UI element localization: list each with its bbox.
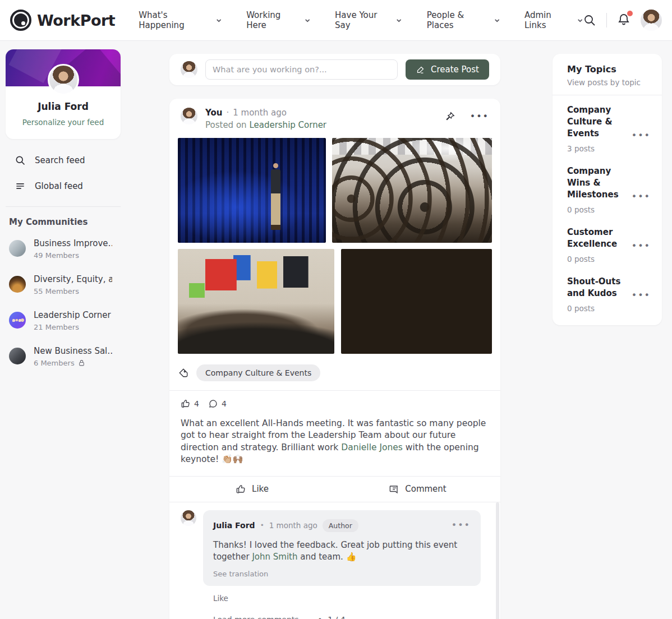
post-counts-row: 4 4 <box>169 391 500 417</box>
profile-avatar[interactable] <box>48 64 79 95</box>
tag-icon <box>178 368 188 378</box>
chevron-down-icon <box>216 17 222 24</box>
create-post-button[interactable]: Create Post <box>406 59 489 80</box>
search-icon[interactable] <box>583 13 596 27</box>
comment-author-name[interactable]: Julia Ford <box>213 521 255 530</box>
post-author-name[interactable]: You <box>205 108 222 118</box>
community-avatar <box>9 240 26 257</box>
community-avatar <box>9 312 26 329</box>
top-navigation-bar: WorkPort What's Happening Working Here H… <box>0 0 672 41</box>
post-author-avatar[interactable] <box>181 108 197 124</box>
pen-icon <box>416 65 425 75</box>
comment-timestamp: 1 month ago <box>269 521 317 530</box>
sidebar-divider <box>6 206 121 207</box>
topic-menu-icon[interactable]: ••• <box>632 243 651 250</box>
my-topics-card: My Topics View posts by topic Company Cu… <box>553 54 662 325</box>
comment-square-icon <box>389 484 399 495</box>
post-tag-row: Company Culture & Events <box>169 360 500 390</box>
comment-count-group[interactable]: 4 <box>208 399 227 409</box>
community-name: Business Improve… <box>34 238 112 248</box>
nav-whats-happening[interactable]: What's Happening <box>139 10 222 30</box>
primary-nav: What's Happening Working Here Have Your … <box>139 10 583 30</box>
topic-post-count: 0 posts <box>567 255 651 264</box>
mention-john-smith[interactable]: John Smith <box>252 552 297 562</box>
post-image-audience[interactable] <box>332 138 492 243</box>
pagination-bullet: • <box>318 615 323 619</box>
profile-card: Julia Ford Personalize your feed <box>6 49 121 139</box>
topic-item-company-wins-milestones[interactable]: Company Wins & Milestones ••• 0 posts <box>553 156 662 218</box>
comment-menu-icon[interactable]: ••• <box>452 523 471 528</box>
global-feed-button[interactable]: Global feed <box>15 181 121 192</box>
community-members: 49 Members <box>34 251 112 260</box>
like-button[interactable]: Like <box>169 477 335 502</box>
speaker-figure <box>271 169 280 230</box>
community-name: Leadership Corner <box>34 310 111 320</box>
post-image-workshop-group[interactable] <box>178 249 334 354</box>
chevron-down-icon <box>494 17 500 24</box>
topic-menu-icon[interactable]: ••• <box>632 194 651 201</box>
topic-tag-pill[interactable]: Company Culture & Events <box>196 364 320 381</box>
create-post-card: Create Post <box>169 54 500 85</box>
topic-menu-icon[interactable]: ••• <box>632 133 651 140</box>
topic-item-shout-outs-kudos[interactable]: Shout-Outs and Kudos ••• 0 posts <box>553 267 662 316</box>
topic-menu-icon[interactable]: ••• <box>632 293 651 299</box>
author-badge: Author <box>323 519 358 532</box>
nav-label: What's Happening <box>139 10 211 30</box>
nav-label: Have Your Say <box>335 10 392 30</box>
community-item-new-business-sales[interactable]: New Business Sal… 6 Members <box>6 346 121 367</box>
nav-working-here[interactable]: Working Here <box>246 10 310 30</box>
comment-separator: • <box>260 521 264 529</box>
post-image-speaker-on-stage[interactable] <box>178 138 326 243</box>
load-more-comments-link[interactable]: Load more comments <box>213 615 299 619</box>
post-actions-bar: Like Comment <box>169 476 500 502</box>
nav-label: People & Places <box>427 10 490 30</box>
comments-pagination-row: Load more comments • 1 / 4 <box>213 615 489 619</box>
notification-dot <box>627 11 633 16</box>
community-item-diversity-equity[interactable]: Diversity, Equity, a… 55 Members <box>6 274 121 295</box>
topic-item-company-culture-events[interactable]: Company Culture & Events ••• 3 posts <box>553 95 662 156</box>
topbar-actions <box>583 10 662 31</box>
search-icon <box>15 155 26 166</box>
post-menu-icon[interactable]: ••• <box>470 114 489 119</box>
workport-logo-text: WorkPort <box>37 12 115 29</box>
composer-avatar[interactable] <box>181 61 197 78</box>
community-item-business-improvement[interactable]: Business Improve… 49 Members <box>6 238 121 260</box>
global-feed-label: Global feed <box>35 181 83 191</box>
post-composer-input[interactable] <box>205 59 398 80</box>
comments-scrollbar[interactable] <box>496 502 499 619</box>
topic-name: Customer Excellence <box>567 227 632 250</box>
comment-author-avatar[interactable] <box>181 510 196 526</box>
feed-nav: Search feed Global feed <box>6 155 121 192</box>
search-feed-button[interactable]: Search feed <box>15 155 121 166</box>
profile-name: Julia Ford <box>6 101 121 112</box>
mention-danielle-jones[interactable]: Danielle Jones <box>341 442 403 452</box>
feed-column: Create Post You · 1 month ago Posted on … <box>169 54 500 619</box>
post-image-crowd-event[interactable] <box>341 249 492 354</box>
nav-admin-links[interactable]: Admin Links <box>524 10 583 30</box>
byline-separator: · <box>226 108 229 118</box>
post-header: You · 1 month ago Posted on Leadership C… <box>169 99 500 137</box>
post-body-text: What an excellent All-Hands meeting. It … <box>169 417 500 476</box>
user-avatar[interactable] <box>641 10 662 31</box>
like-count-group[interactable]: 4 <box>181 399 199 409</box>
comment-count: 4 <box>222 399 227 408</box>
pin-icon[interactable] <box>445 111 455 122</box>
personalize-feed-link[interactable]: Personalize your feed <box>6 118 121 127</box>
chevron-down-icon <box>577 17 583 24</box>
community-name: Diversity, Equity, a… <box>34 274 112 284</box>
like-count: 4 <box>194 399 199 408</box>
nav-have-your-say[interactable]: Have Your Say <box>335 10 402 30</box>
comment-bubble: Julia Ford • 1 month ago Author ••• Than… <box>203 510 481 586</box>
feed-post: You · 1 month ago Posted on Leadership C… <box>169 99 500 619</box>
post-community-link[interactable]: Leadership Corner <box>249 120 326 130</box>
topic-name: Company Wins & Milestones <box>567 165 632 201</box>
comment-button[interactable]: Comment <box>335 477 500 502</box>
see-translation-link[interactable]: See translation <box>213 570 471 578</box>
comment-like-link[interactable]: Like <box>213 594 489 603</box>
topic-item-customer-excellence[interactable]: Customer Excellence ••• 0 posts <box>553 218 662 267</box>
notifications-button[interactable] <box>617 12 630 28</box>
topic-name: Company Culture & Events <box>567 104 632 140</box>
community-item-leadership-corner[interactable]: Leadership Corner 21 Members <box>6 310 121 331</box>
workport-logo[interactable]: WorkPort <box>10 10 115 31</box>
nav-people-places[interactable]: People & Places <box>427 10 500 30</box>
